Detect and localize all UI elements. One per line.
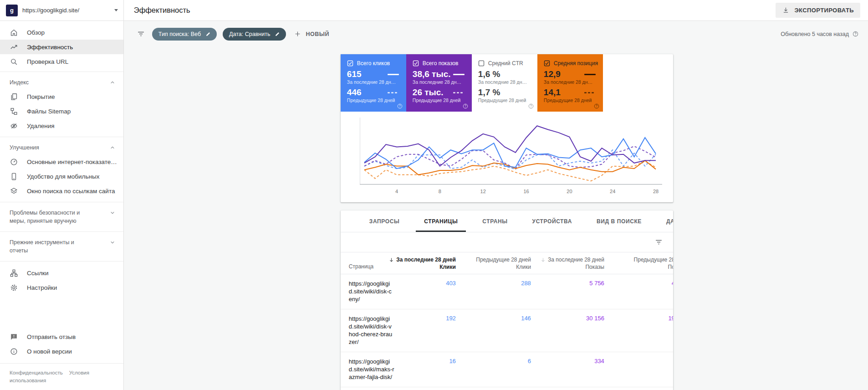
tab-dates[interactable]: ДАТЫ xyxy=(654,210,673,232)
sidebar-section-index: ИндексПокрытиеФайлы SitemapУдаления xyxy=(0,72,123,137)
pencil-icon xyxy=(275,31,281,37)
column-header-line2: Клики xyxy=(516,264,531,270)
help-icon[interactable] xyxy=(852,31,859,37)
metric-label: Всего кликов xyxy=(357,60,390,67)
column-header-line2: Клики xyxy=(439,264,456,270)
section-header-legacy-tools[interactable]: Прежние инструменты и отчеты xyxy=(0,235,123,257)
table-filter-row xyxy=(341,232,673,252)
column-header-1[interactable]: Предыдущие 28 днейКлики xyxy=(456,252,531,274)
links-icon xyxy=(10,269,18,277)
sidebar-sections: ИндексПокрытиеФайлы SitemapУдаленияУлучш… xyxy=(0,72,123,261)
sidebar-item-label: Основные интернет-показате… xyxy=(27,159,117,165)
help-icon[interactable] xyxy=(462,103,469,109)
filter-list-icon[interactable] xyxy=(137,30,145,38)
metric-label: Средний CTR xyxy=(488,60,523,67)
metric-primary-caption: За последние 28 дн… xyxy=(478,79,533,85)
column-header-line1: Предыдущие 28 xyxy=(634,257,673,263)
column-header-line1: За последние 28 дней xyxy=(388,257,456,263)
sidebar-section-legacy-tools: Прежние инструменты и отчеты xyxy=(0,232,123,261)
search-icon xyxy=(10,57,18,66)
sidebar-item-sitelinks-searchbox[interactable]: Окно поиска по ссылкам сайта xyxy=(0,184,123,198)
section-title: Прежние инструменты и отчеты xyxy=(10,238,82,255)
section-header-enhancements[interactable]: Улучшения xyxy=(0,140,123,154)
page-url-cell[interactable]: https://googlikgid.site/wiki/disk-vhod-c… xyxy=(341,309,414,352)
sidebar-item-label: Обзор xyxy=(27,29,45,36)
tab-search-appearance[interactable]: ВИД В ПОИСКЕ xyxy=(584,210,654,232)
sidebar-item-label: Файлы Sitemap xyxy=(27,108,71,115)
column-header-0[interactable]: За последние 28 днейКлики xyxy=(414,252,456,274)
page-title: Эффективность xyxy=(134,6,190,15)
section-title: Индекс xyxy=(10,78,29,87)
sidebar-item-coverage[interactable]: Покрытие xyxy=(0,89,123,104)
metric-primary-caption: За последние 28 дн… xyxy=(544,79,598,85)
app-root: g https://googlikgid.site/ ОбзорЭффектив… xyxy=(0,0,868,390)
metric-primary-value: 38,6 тыс. xyxy=(413,70,451,79)
gear-icon xyxy=(10,283,18,292)
column-header-3[interactable]: Предыдущие 28По xyxy=(604,252,673,274)
sidebar-item-core-web-vitals[interactable]: Основные интернет-показате… xyxy=(0,154,123,169)
property-selector[interactable]: g https://googlikgid.site/ xyxy=(0,0,123,21)
metric-card-average-position[interactable]: Средняя позиция12,9За последние 28 дн…14… xyxy=(537,54,603,112)
chart-series-line xyxy=(364,161,656,181)
metric-label: Средняя позиция xyxy=(554,60,598,67)
metric-card-average-ctr[interactable]: Средний CTR1,6 %За последние 28 дн…1,7 %… xyxy=(472,54,537,112)
help-icon[interactable] xyxy=(397,103,403,109)
sort-arrow-icon xyxy=(388,257,394,263)
help-icon[interactable] xyxy=(593,103,600,109)
x-tick-label: 12 xyxy=(480,189,485,194)
page-url: https://googlikgid.site/wiki/disk-vhod-c… xyxy=(349,315,394,346)
sidebar-item-sitemaps[interactable]: Файлы Sitemap xyxy=(0,104,123,118)
help-icon[interactable] xyxy=(528,103,534,109)
column-header-2[interactable]: За последние 28 днейПоказы xyxy=(531,252,604,274)
tab-devices[interactable]: УСТРОЙСТВА xyxy=(520,210,584,232)
legal-link-0[interactable]: Конфиденциальность xyxy=(10,370,63,375)
sidebar-item-mobile-usability[interactable]: Удобство для мобильных xyxy=(0,169,123,184)
page-url-cell[interactable]: https://googlikgid.site/wiki/disk-ceny/ xyxy=(341,274,414,309)
sidebar-item-about-new-version[interactable]: О новой версии xyxy=(0,344,123,359)
filter-chip-date-compare[interactable]: Дата: Сравнить xyxy=(223,28,286,41)
filter-chip-search-type[interactable]: Тип поиска: Веб xyxy=(152,28,217,41)
sidebar-item-removals[interactable]: Удаления xyxy=(0,118,123,133)
value-cell: 5 756 xyxy=(531,274,604,309)
section-header-security-manual-actions[interactable]: Проблемы безопасности и меры, принятые в… xyxy=(0,205,123,228)
table-row[interactable]: https://googlikgid.site/wiki/maks-razmer… xyxy=(341,352,673,387)
sidebar-item-settings[interactable]: Настройки xyxy=(0,280,123,295)
tab-countries[interactable]: СТРАНЫ xyxy=(470,210,520,232)
value-cell: 403 xyxy=(414,274,456,309)
sidebar-section-enhancements: УлучшенияОсновные интернет-показате…Удоб… xyxy=(0,137,123,202)
sidebar-item-feedback[interactable]: Отправить отзыв xyxy=(0,329,123,344)
sidebar-item-performance[interactable]: Эффективность xyxy=(0,40,123,54)
table-row[interactable]: https://googlikgid.site/wiki/disk-vhod-c… xyxy=(341,309,673,352)
new-filter-button[interactable]: НОВЫЙ xyxy=(294,30,329,38)
section-header-index[interactable]: Индекс xyxy=(0,75,123,89)
value-cell: 6 xyxy=(456,352,531,387)
plus-icon xyxy=(294,30,301,38)
eye-off-icon xyxy=(10,122,18,130)
dimension-tabs: ЗАПРОСЫСТРАНИЦЫСТРАНЫУСТРОЙСТВАВИД В ПОИ… xyxy=(341,210,673,232)
page-url: https://googlikgid.site/wiki/maks-razmer… xyxy=(349,358,394,381)
sidebar-nav-footer: Отправить отзывО новой версии xyxy=(0,325,123,363)
sidebar-item-url-inspection[interactable]: Проверка URL xyxy=(0,54,123,69)
page-url-cell[interactable]: https://googlikgid.site/wiki/maks-razmer… xyxy=(341,352,414,387)
x-tick-label: 20 xyxy=(567,189,572,194)
tab-pages[interactable]: СТРАНИЦЫ xyxy=(412,210,470,232)
sidebar-item-label: О новой версии xyxy=(27,348,72,355)
metric-label: Всего показов xyxy=(423,60,458,67)
metric-card-total-clicks[interactable]: Всего кликов615За последние 28 дн…446Пре… xyxy=(341,54,406,112)
sidebar-nav-bottom: СсылкиНастройки xyxy=(0,262,123,298)
metric-card-total-impressions[interactable]: Всего показов38,6 тыс.За последние 28 дн… xyxy=(406,54,472,112)
table-row[interactable]: https://googlikgid.site/wiki/disk-ceny/4… xyxy=(341,274,673,309)
column-header-text: Предыдущие 28 xyxy=(634,257,673,263)
metric-primary-value-row: 1,6 % xyxy=(478,70,533,79)
value-cell: 4 xyxy=(604,274,673,309)
sidebar-item-links[interactable]: Ссылки xyxy=(0,266,123,280)
last-updated-text: Обновлено 5 часов назад xyxy=(781,31,849,37)
info-icon xyxy=(10,347,18,356)
sidebar-item-overview[interactable]: Обзор xyxy=(0,25,123,40)
checkbox-checked-icon xyxy=(347,60,353,67)
tab-queries[interactable]: ЗАПРОСЫ xyxy=(357,210,412,232)
sidebar-item-label: Эффективность xyxy=(27,44,73,51)
export-button[interactable]: ЭКСПОРТИРОВАТЬ xyxy=(776,3,860,18)
table-filter-icon[interactable] xyxy=(654,238,663,246)
x-tick-label: 4 xyxy=(395,189,398,194)
